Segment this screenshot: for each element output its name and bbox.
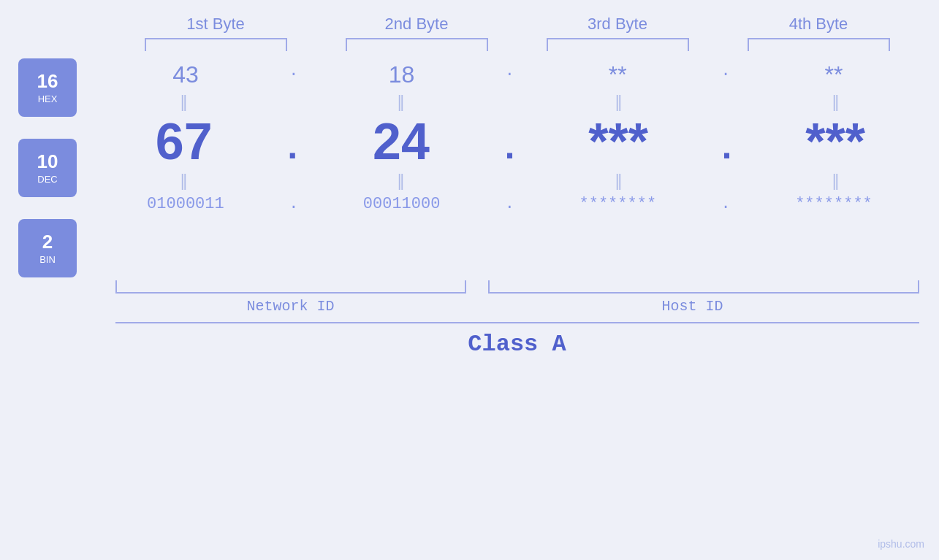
hex-b3-value: ** bbox=[609, 61, 627, 88]
bracket-top-2 bbox=[346, 38, 488, 51]
hex-badge: 16 HEX bbox=[18, 58, 77, 117]
sep2-b4: ‖ bbox=[755, 172, 916, 191]
bin-badge: 2 BIN bbox=[18, 219, 77, 277]
data-rows-area: 43 . 18 . ** . ** ‖ ‖ bbox=[95, 58, 939, 277]
hex-dot3: . bbox=[718, 62, 733, 80]
main-data-area: 16 HEX 10 DEC 2 BIN 43 . 18 bbox=[0, 58, 939, 277]
dec-b4-cell: *** bbox=[755, 116, 916, 167]
class-label-row: Class A bbox=[115, 331, 919, 358]
bin-badge-num: 2 bbox=[42, 231, 53, 253]
dec-b2-cell: 24 bbox=[321, 116, 482, 167]
hex-data-row: 43 . 18 . ** . ** bbox=[95, 58, 924, 91]
dec-dot1: . bbox=[281, 131, 303, 167]
dec-b3-cell: *** bbox=[538, 116, 699, 167]
sep-row-1: ‖ ‖ ‖ ‖ bbox=[95, 91, 924, 113]
sep1-b4: ‖ bbox=[755, 93, 916, 112]
hex-b1-value: 43 bbox=[172, 61, 199, 88]
hex-b1-cell: 43 bbox=[105, 61, 266, 88]
bracket-top-1 bbox=[145, 38, 287, 51]
bracket-host bbox=[488, 280, 919, 294]
bin-b1-value: 01000011 bbox=[147, 195, 224, 213]
hex-dot2: . bbox=[502, 62, 517, 80]
sep1-b1: ‖ bbox=[104, 93, 265, 112]
network-id-label: Network ID bbox=[115, 298, 466, 315]
top-brackets bbox=[115, 38, 919, 51]
sep2-b1: ‖ bbox=[104, 172, 265, 191]
main-container: 1st Byte 2nd Byte 3rd Byte 4th Byte 16 H… bbox=[0, 0, 939, 560]
bracket-top-3 bbox=[547, 38, 689, 51]
hex-b4-cell: ** bbox=[753, 61, 914, 88]
byte1-header: 1st Byte bbox=[135, 15, 296, 34]
sep2-b3: ‖ bbox=[538, 172, 699, 191]
dec-data-row: 67 . 24 . *** . *** bbox=[95, 113, 924, 170]
sep2-b2: ‖ bbox=[321, 172, 482, 191]
badges-column: 16 HEX 10 DEC 2 BIN bbox=[0, 58, 95, 277]
byte2-header: 2nd Byte bbox=[336, 15, 497, 34]
hex-b4-value: ** bbox=[825, 61, 843, 88]
hex-badge-label: HEX bbox=[38, 93, 58, 104]
bin-b4-cell: ******** bbox=[753, 195, 914, 213]
sep1-b2: ‖ bbox=[321, 93, 482, 112]
dec-b4-value: *** bbox=[805, 113, 865, 170]
class-label: Class A bbox=[468, 331, 566, 358]
bin-b2-value: 00011000 bbox=[363, 195, 441, 213]
hex-b2-value: 18 bbox=[389, 61, 415, 88]
dec-b1-cell: 67 bbox=[104, 116, 265, 167]
byte3-header: 3rd Byte bbox=[537, 15, 698, 34]
class-row: Class A bbox=[115, 322, 919, 358]
class-bracket-line bbox=[115, 322, 919, 323]
dec-b3-value: *** bbox=[588, 113, 648, 170]
bottom-area: Network ID Host ID bbox=[115, 277, 919, 315]
bin-b3-cell: ******** bbox=[537, 195, 698, 213]
bin-b1-cell: 01000011 bbox=[105, 195, 266, 213]
dec-badge-label: DEC bbox=[37, 174, 57, 185]
byte4-header: 4th Byte bbox=[738, 15, 899, 34]
hex-b3-cell: ** bbox=[537, 61, 698, 88]
bin-dot1: . bbox=[286, 195, 301, 213]
dec-dot2: . bbox=[498, 131, 520, 167]
bin-b3-value: ******** bbox=[579, 195, 656, 213]
dec-badge-num: 10 bbox=[37, 151, 58, 172]
bin-b2-cell: 00011000 bbox=[322, 195, 482, 213]
bin-dot2: . bbox=[502, 195, 517, 213]
bin-dot3: . bbox=[718, 195, 733, 213]
hex-dot1: . bbox=[286, 62, 301, 80]
bin-b4-value: ******** bbox=[795, 195, 873, 213]
hex-b2-cell: 18 bbox=[322, 61, 482, 88]
hex-badge-num: 16 bbox=[37, 71, 58, 92]
bottom-brackets bbox=[115, 280, 919, 294]
id-labels: Network ID Host ID bbox=[115, 298, 919, 315]
dec-b2-value: 24 bbox=[373, 113, 430, 170]
byte-headers-row: 1st Byte 2nd Byte 3rd Byte 4th Byte bbox=[115, 0, 919, 34]
bracket-network bbox=[115, 280, 466, 294]
dec-badge: 10 DEC bbox=[18, 139, 77, 197]
host-id-label: Host ID bbox=[466, 298, 919, 315]
bin-badge-label: BIN bbox=[39, 254, 56, 265]
dec-b1-value: 67 bbox=[156, 113, 213, 170]
bin-data-row: 01000011 . 00011000 . ******** . *******… bbox=[95, 192, 924, 216]
sep1-b3: ‖ bbox=[538, 93, 699, 112]
sep-row-2: ‖ ‖ ‖ ‖ bbox=[95, 170, 924, 192]
bracket-top-4 bbox=[748, 38, 890, 51]
dec-dot3: . bbox=[716, 131, 738, 167]
watermark: ipshu.com bbox=[878, 538, 924, 550]
